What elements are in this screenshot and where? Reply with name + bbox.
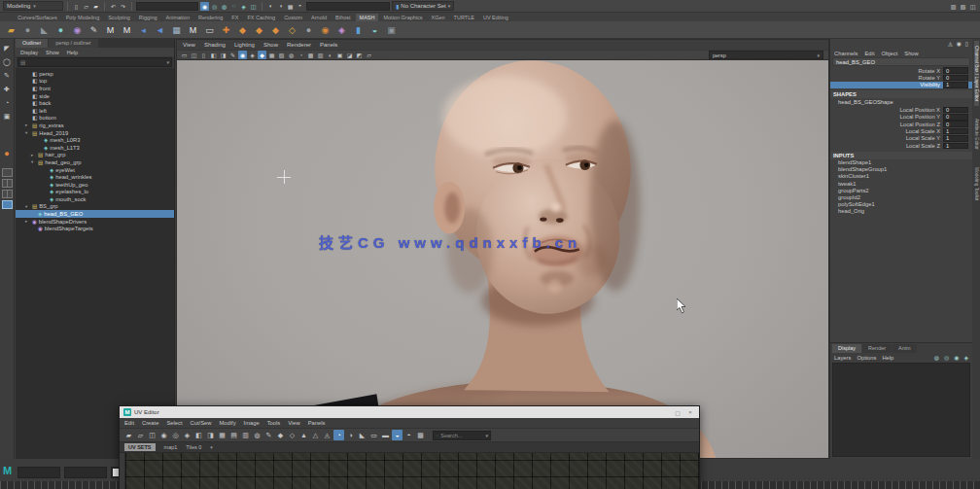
render-icon[interactable]: ▦ — [286, 2, 295, 11]
input-node-item[interactable]: blendShape1 — [830, 159, 972, 166]
expand-arrow-icon[interactable]: ▸ — [25, 122, 30, 127]
uv-toolbar-icon[interactable]: ▤ — [228, 430, 239, 440]
channel-row[interactable]: Local Position Z 0 — [830, 121, 972, 127]
shelf-tool-icon[interactable]: ◣ — [38, 23, 51, 36]
expand-arrow-icon[interactable]: ▸ — [25, 219, 30, 224]
shelf-tool-icon[interactable]: ▦ — [170, 23, 183, 36]
viewport-toolbar-icon[interactable]: ▩ — [306, 51, 315, 59]
sidebar-vertical-tab[interactable]: Modeling Toolkit — [974, 162, 979, 205]
uv-toolbar-icon[interactable]: ◬ — [322, 430, 332, 440]
shelf-tab[interactable]: Rendering — [194, 14, 227, 21]
outliner-menu[interactable]: Show — [46, 50, 59, 55]
outliner-item[interactable]: ◈ head_BS_GEO — [16, 210, 174, 218]
channel-value-field[interactable]: 0 — [943, 114, 968, 121]
file-icon[interactable]: ▯ — [72, 2, 81, 11]
uv-editor-menu[interactable]: Edit — [124, 420, 134, 426]
outliner-menu[interactable]: Display — [20, 50, 38, 55]
shelf-tool-icon[interactable]: M — [121, 23, 133, 36]
viewport-toolbar-icon[interactable]: ◫ — [190, 51, 198, 59]
outliner-item[interactable]: ◈ teethUp_geo — [16, 181, 174, 189]
undo-redo-icon[interactable]: ↶ — [109, 2, 118, 11]
shelf-tab[interactable]: Bifrost — [332, 14, 355, 21]
viewport-toolbar-icon[interactable]: ◆ — [258, 51, 266, 59]
viewport-toolbar-icon[interactable]: ▭ — [180, 51, 189, 59]
shelf-tab[interactable]: Rigging — [135, 14, 161, 21]
snap-icon[interactable]: ◎ — [210, 2, 219, 11]
viewport-toolbar-icon[interactable]: ▣ — [335, 51, 344, 59]
tab-persp-outliner[interactable]: persp / outliner — [49, 39, 97, 48]
shelf-tool-icon[interactable]: ◄ — [154, 23, 166, 36]
file-icon[interactable]: ▱ — [82, 2, 90, 11]
undo-redo-icon[interactable]: ↷ — [119, 2, 127, 11]
shelf-tool-icon[interactable]: ✚ — [220, 23, 232, 36]
channel-row[interactable]: Local Scale X 1 — [830, 127, 972, 134]
snap-icon[interactable]: ◈ — [239, 2, 248, 11]
outliner-item[interactable]: ▾ ▤ head_geo_grp — [16, 158, 174, 166]
uv-toolbar-icon[interactable]: ◎ — [170, 430, 181, 440]
uv-toolbar-icon[interactable]: ◉ — [158, 430, 169, 440]
uv-toolbar-icon[interactable]: ▱ — [135, 430, 146, 440]
channel-value-field[interactable]: 0 — [943, 107, 968, 114]
outliner-item[interactable]: ◈ mesh_L1T3 — [16, 144, 174, 152]
outliner-item[interactable]: ◈ eyeWet — [16, 166, 174, 174]
channel-value-field[interactable]: 1 — [943, 128, 968, 135]
menu-set-dropdown[interactable]: Modeling ▾ — [3, 1, 63, 11]
channel-box-menu[interactable]: Channels — [834, 51, 858, 56]
outliner-item[interactable]: ◈ eyelashes_lo — [16, 189, 174, 196]
expand-arrow-icon[interactable]: ▾ — [25, 204, 30, 209]
layer-menu[interactable]: Help — [882, 355, 893, 361]
viewport-toolbar-icon[interactable]: ◈ — [248, 51, 257, 59]
shelf-tab[interactable]: Curves/Surfaces — [14, 14, 61, 21]
snap-icon[interactable]: ◉ — [200, 2, 209, 11]
shelf-tool-icon[interactable]: ◂ — [137, 23, 150, 36]
viewport-toolbar-icon[interactable]: ◉ — [238, 51, 247, 59]
uv-toolbar-icon[interactable]: ◔ — [333, 430, 344, 440]
uv-toolbar-icon[interactable]: ▰ — [123, 430, 134, 440]
outliner-item[interactable]: ▾ ▤ Head_2019 — [16, 129, 174, 137]
shelf-tool-icon[interactable]: M — [104, 23, 117, 36]
layer-menu[interactable]: Options — [857, 355, 876, 361]
sidebar-toggle-icon[interactable]: ▧ — [959, 2, 967, 11]
shelf-tool-icon[interactable]: ✎ — [88, 23, 100, 36]
shelf-tab[interactable]: UV Editing — [479, 14, 512, 21]
character-set-dropdown[interactable]: ▮ No Character Set ▾ — [392, 1, 454, 11]
shelf-tool-icon[interactable]: ◆ — [236, 23, 249, 36]
outliner-item[interactable]: ◧ bottom — [16, 115, 174, 122]
uv-map-label[interactable]: map1 — [164, 444, 178, 450]
shelf-tab[interactable]: MASH — [356, 14, 379, 21]
channel-row[interactable]: Local Position X 0 — [830, 106, 972, 113]
shelf-tool-icon[interactable]: ◆ — [253, 23, 265, 36]
uv-toolbar-icon[interactable]: ▭ — [368, 430, 379, 440]
input-node-item[interactable]: skinCluster1 — [830, 173, 972, 180]
outliner-item[interactable]: ◈ head_wrinkles — [16, 173, 174, 181]
uv-toolbar-icon[interactable]: ◫ — [147, 430, 158, 440]
uv-toolbar-icon[interactable]: ◍ — [252, 430, 262, 440]
file-icon[interactable]: ▰ — [91, 2, 100, 11]
uv-toolbar-icon[interactable]: ▦ — [217, 430, 228, 440]
tool-icon[interactable]: ◯ — [2, 56, 13, 67]
shelf-tab[interactable]: Motion Graphics — [379, 14, 426, 21]
tool-icon[interactable]: ▣ — [2, 111, 13, 122]
shelf-tool-icon[interactable]: ● — [302, 23, 315, 36]
shelf-tab[interactable]: Arnold — [307, 14, 331, 21]
layout-shortcut-button[interactable] — [2, 168, 13, 177]
layer-action-icon[interactable]: ◎ — [944, 354, 949, 361]
uv-toolbar-icon[interactable]: ◣ — [357, 430, 368, 440]
render-icon[interactable]: ◐ — [266, 2, 275, 11]
input-line-field[interactable] — [306, 2, 390, 11]
shelf-tool-icon[interactable]: M — [187, 23, 199, 36]
shelf-tool-icon[interactable]: ◉ — [71, 23, 84, 36]
shelf-tool-icon[interactable]: ◒ — [368, 23, 381, 36]
viewport-toolbar-icon[interactable]: ◧ — [209, 51, 218, 59]
viewport-toolbar-icon[interactable]: ◐ — [326, 51, 334, 59]
tool-icon[interactable]: ● — [2, 148, 13, 158]
channel-box-menu[interactable]: Show — [904, 51, 919, 56]
outliner-item[interactable]: ◧ left — [16, 107, 174, 115]
uv-search-field[interactable]: ◌ Search... ▾ — [433, 431, 491, 440]
channel-row[interactable]: Visibility 1 — [830, 82, 972, 88]
layer-action-icon[interactable]: ◈ — [963, 354, 968, 361]
channel-row[interactable]: Local Scale Z 1 — [830, 142, 972, 149]
uv-editor-menu[interactable]: Panels — [308, 420, 326, 426]
uv-editor-menu[interactable]: Tools — [267, 420, 281, 426]
layer-list[interactable] — [832, 363, 970, 457]
